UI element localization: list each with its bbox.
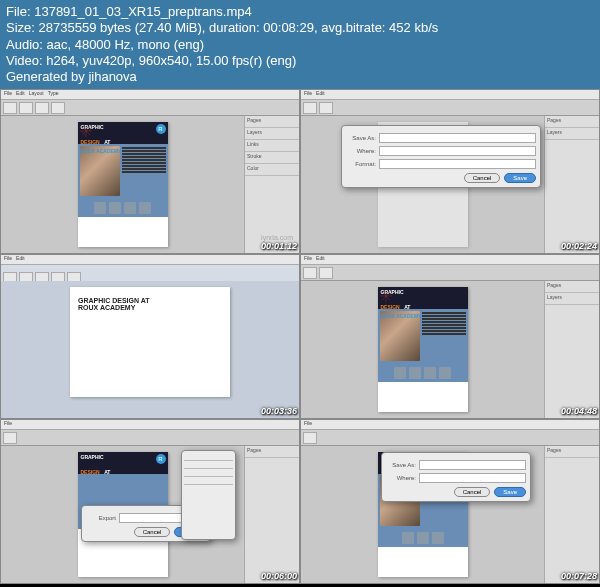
menu-bar: File xyxy=(301,420,599,430)
panel-dock: PagesLayersLinksStrokeColor xyxy=(244,116,299,253)
where-field[interactable] xyxy=(419,473,526,483)
menu-bar: FileEdit xyxy=(1,255,299,265)
style-item[interactable] xyxy=(184,477,233,485)
where-label: Where: xyxy=(346,148,376,154)
panel-layers[interactable]: Layers xyxy=(245,128,299,140)
duration-value: 00:08:29, xyxy=(263,20,317,35)
menu-type[interactable]: Type xyxy=(48,90,59,99)
tool-button[interactable] xyxy=(303,102,317,114)
cancel-button[interactable]: Cancel xyxy=(454,487,491,497)
tool-button[interactable] xyxy=(3,102,17,114)
timestamp: 00:03:36 xyxy=(261,406,297,416)
generated-label: Generated by xyxy=(6,69,85,84)
doc-heading-l1: GRAPHIC DESIGN AT xyxy=(78,297,222,304)
tool-button[interactable] xyxy=(19,102,33,114)
saveas-field[interactable] xyxy=(419,460,526,470)
menu-layout[interactable]: Layout xyxy=(29,90,44,99)
timestamp: 00:07:28 xyxy=(561,571,597,581)
thumb-5: File Pages GRAPHIC DESIGN AT R Export Ca… xyxy=(0,419,300,584)
menu-bar: FileEdit xyxy=(301,255,599,265)
style-item[interactable] xyxy=(184,453,233,461)
tool-button[interactable] xyxy=(303,267,317,279)
bitrate-value: 452 kb/s xyxy=(389,20,438,35)
tool-button[interactable] xyxy=(35,102,49,114)
flyer-document: GRAPHIC DESIGN AT ROUX ACADEMY R xyxy=(78,122,168,247)
file-value: 137891_01_03_XR15_preptrans.mp4 xyxy=(34,4,252,19)
flyer-header: GRAPHIC DESIGN AT R xyxy=(78,452,168,474)
style-item[interactable] xyxy=(184,461,233,469)
cancel-button[interactable]: Cancel xyxy=(134,527,171,537)
tool-button[interactable] xyxy=(51,102,65,114)
word-document: GRAPHIC DESIGN AT ROUX ACADEMY xyxy=(70,287,230,397)
panel-dock: Pages xyxy=(544,446,599,583)
bitrate-label: avg.bitrate: xyxy=(321,20,385,35)
panel-links[interactable]: Links xyxy=(245,140,299,152)
size-value: 28735559 bytes (27.40 MiB), xyxy=(39,20,206,35)
flyer-footer xyxy=(378,529,468,547)
cancel-button[interactable]: Cancel xyxy=(464,173,501,183)
menu-file[interactable]: File xyxy=(4,90,12,99)
flyer-footer xyxy=(378,364,468,382)
thumb-6: File Pages Save As: Where: CancelSave 00… xyxy=(300,419,600,584)
doc-heading-l2: ROUX ACADEMY xyxy=(78,304,222,311)
thumb-2: FileEdit PagesLayers Save As: Where: For… xyxy=(300,89,600,254)
thumbnail-grid: FileEditLayoutType PagesLayersLinksStrok… xyxy=(0,89,600,584)
starburst-icon xyxy=(380,288,392,300)
panel-color[interactable]: Color xyxy=(245,164,299,176)
flyer-header: GRAPHIC DESIGN AT ROUX ACADEMY R xyxy=(78,122,168,144)
toolbar xyxy=(1,100,299,116)
style-item[interactable] xyxy=(184,469,233,477)
menu-edit[interactable]: Edit xyxy=(16,90,25,99)
video-label: Video: xyxy=(6,53,43,68)
audio-label: Audio: xyxy=(6,37,43,52)
workspace: GRAPHIC DESIGN AT ROUX ACADEMY R xyxy=(1,116,244,253)
panel-dock: Pages xyxy=(244,446,299,583)
flyer-title-2a: DESIGN xyxy=(81,139,100,145)
size-label: Size: xyxy=(6,20,35,35)
starburst-icon xyxy=(80,123,92,135)
file-label: File: xyxy=(6,4,31,19)
where-label: Where: xyxy=(386,475,416,481)
logo-badge: R xyxy=(156,124,166,134)
toolbar xyxy=(301,265,599,281)
format-field[interactable] xyxy=(379,159,536,169)
tool-button[interactable] xyxy=(319,102,333,114)
flyer-document: GRAPHIC DESIGN AT ROUX ACADEMY xyxy=(378,287,468,412)
save-dialog: Save As: Where: Format: CancelSave xyxy=(341,125,541,188)
timestamp: 00:01:12 xyxy=(261,241,297,251)
flyer-header: GRAPHIC DESIGN AT ROUX ACADEMY xyxy=(378,287,468,309)
tool-button[interactable] xyxy=(303,432,317,444)
thumb-4: FileEdit PagesLayers GRAPHIC DESIGN AT R… xyxy=(300,254,600,419)
where-field[interactable] xyxy=(379,146,536,156)
thumb-3: FileEdit GRAPHIC DESIGN AT ROUX ACADEMY … xyxy=(0,254,300,419)
tool-button[interactable] xyxy=(3,432,17,444)
panel-stroke[interactable]: Stroke xyxy=(245,152,299,164)
panel-dock: PagesLayers xyxy=(544,281,599,418)
save-button[interactable]: Save xyxy=(504,173,536,183)
menu-bar: FileEditLayoutType xyxy=(1,90,299,100)
media-info-panel: File: 137891_01_03_XR15_preptrans.mp4 Si… xyxy=(0,0,600,89)
duration-label: duration: xyxy=(209,20,260,35)
logo-badge: R xyxy=(156,454,166,464)
save-dialog: Save As: Where: CancelSave xyxy=(381,452,531,502)
timestamp: 00:04:48 xyxy=(561,406,597,416)
timestamp: 00:06:00 xyxy=(261,571,297,581)
save-button[interactable]: Save xyxy=(494,487,526,497)
toolbar xyxy=(301,430,599,446)
export-label: Export xyxy=(86,515,116,521)
audio-value: aac, 48000 Hz, mono (eng) xyxy=(47,37,205,52)
panel-pages[interactable]: Pages xyxy=(245,116,299,128)
timestamp: 00:02:24 xyxy=(561,241,597,251)
menu-bar: FileEdit xyxy=(301,90,599,100)
video-value: h264, yuv420p, 960x540, 15.00 fps(r) (en… xyxy=(46,53,296,68)
flyer-footer xyxy=(78,199,168,217)
tool-button[interactable] xyxy=(319,267,333,279)
menu-bar: File xyxy=(1,420,299,430)
panel-dock: PagesLayers xyxy=(544,116,599,253)
workspace: GRAPHIC DESIGN AT ROUX ACADEMY xyxy=(1,281,299,418)
format-label: Format: xyxy=(346,161,376,167)
toolbar xyxy=(1,430,299,446)
saveas-field[interactable] xyxy=(379,133,536,143)
styles-panel[interactable] xyxy=(181,450,236,540)
workspace: GRAPHIC DESIGN AT ROUX ACADEMY xyxy=(301,281,544,418)
